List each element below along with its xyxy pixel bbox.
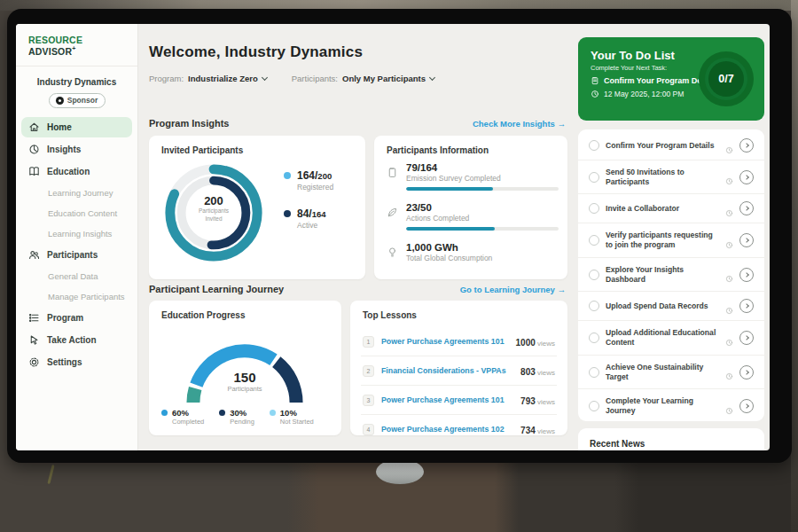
lesson-row: 5 Power Purchase Agreements 103 600 view… [361,444,557,450]
task-checkbox[interactable] [589,301,599,311]
actions-progress-bar [406,227,559,231]
education-progress-card: Education Progress 150 Participants [149,301,341,435]
legend-pending: 30%Pending [219,408,254,426]
gauge-center-label: 150 Participants [161,370,328,393]
recent-news-card: Recent News [578,428,764,450]
task-open-button[interactable] [739,233,754,247]
task-open-button[interactable] [739,331,754,345]
task-open-button[interactable] [739,299,754,313]
todo-task-list: Confirm Your Program Details Send 50 Inv… [578,129,764,421]
task-checkbox[interactable] [589,140,599,151]
check-more-insights-link[interactable]: Check More Insights → [473,119,566,129]
sponsor-badge: Sponsor [49,93,106,108]
pending-clock-icon [725,173,733,181]
task-open-button[interactable] [739,365,754,379]
background-edge [791,0,798,532]
lesson-link[interactable]: Power Purchase Agreements 102 [381,425,513,434]
lesson-link[interactable]: Financial Considerations - VPPAs [381,366,513,375]
task-open-button[interactable] [739,201,754,215]
sponsor-label: Sponsor [67,96,98,105]
card-title: Invited Participants [149,136,365,155]
info-row-emission-survey: 79/164 Emission Survey Completed [387,162,555,191]
task-open-button[interactable] [739,138,754,153]
invited-participants-card: Invited Participants 200 ParticipantsInv… [149,136,365,279]
lesson-link[interactable]: Power Purchase Agreements 101 [381,337,509,346]
legend-dot [284,210,291,217]
book-icon [28,166,40,177]
education-gauge-chart: 150 Participants [161,324,328,409]
sidebar-item-take-action[interactable]: Take Action [21,330,132,350]
pending-clock-icon [725,368,733,376]
program-select[interactable]: Program: Industrialize Zero [149,74,267,83]
program-select-value: Industrialize Zero [188,74,258,83]
task-row-explore-insights: Explore Your Insights Dashboard [578,258,764,292]
card-title: Participants Information [374,136,567,155]
sidebar-item-learning-journey[interactable]: Learning Journey [21,184,132,202]
todo-progress-value: 0/7 [718,73,733,85]
task-checkbox[interactable] [589,172,599,183]
task-open-button[interactable] [739,170,754,184]
leaf-icon [387,206,398,217]
sidebar-item-label: Settings [47,357,82,367]
pending-clock-icon [725,334,733,342]
todo-progress-ring: 0/7 [699,51,754,106]
filter-bar: Program: Industrialize Zero Participants… [149,74,434,83]
sidebar-item-label: General Data [48,271,98,281]
sidebar-item-manage-participants[interactable]: Manage Participants [21,287,132,306]
sidebar-item-insights[interactable]: Insights [21,139,132,160]
sidebar-item-general-data[interactable]: General Data [21,267,132,286]
page-title: Welcome, Industry Dynamics [149,43,363,61]
info-row-actions: 23/50 Actions Completed [387,202,555,231]
section-title: Participant Learning Journey [149,284,284,294]
arrow-right-icon: → [558,285,567,294]
main-content: Welcome, Industry Dynamics Program: Indu… [138,24,578,450]
legend-dot [161,410,168,416]
task-checkbox[interactable] [589,203,599,214]
sidebar-item-label: Insights [47,145,81,154]
task-checkbox[interactable] [589,235,599,246]
app-window: RESOURCE ADVISOR+ Industry Dynamics Spon… [16,24,770,450]
sidebar-item-label: Program [47,313,83,323]
sidebar-item-education[interactable]: Education [21,161,132,182]
task-row-complete-journey: Complete Your Learning Journey [578,389,764,422]
list-icon [28,312,40,324]
sidebar-item-education-content[interactable]: Education Content [21,204,132,223]
task-checkbox[interactable] [589,332,599,343]
top-lessons-card: Top Lessons 1 Power Purchase Agreements … [350,301,567,435]
go-to-learning-journey-link[interactable]: Go to Learning Journey → [460,285,566,294]
task-checkbox[interactable] [589,401,599,411]
sidebar-item-label: Education [47,167,90,176]
participants-select[interactable]: Participants: Only My Participants [292,74,434,83]
task-checkbox[interactable] [589,367,599,378]
insights-icon [28,144,40,155]
sidebar-item-home[interactable]: Home [21,117,132,137]
sidebar-item-learning-insights[interactable]: Learning Insights [21,224,132,243]
chevron-down-icon [429,74,435,80]
monitor-stand [376,459,424,484]
sidebar-nav: Home Insights Education Learning Journey… [16,117,137,372]
sidebar-item-participants[interactable]: Participants [21,245,132,265]
task-row-achieve-target: Achieve One Sustainability Target [578,356,764,389]
rank-badge: 1 [363,336,374,348]
invited-donut-chart: 200 ParticipantsInvited [161,160,266,265]
task-row-invite-collaborator: Invite a Collaborator [578,194,764,223]
logo-primary: RESOURCE [28,35,82,45]
bulb-icon [387,246,398,257]
task-checkbox[interactable] [589,270,599,280]
legend-dot [270,410,276,416]
arrow-right-icon: → [558,119,567,129]
sidebar-item-program[interactable]: Program [21,308,132,328]
task-open-button[interactable] [739,268,754,282]
legend-dot [219,410,225,416]
rank-badge: 4 [363,424,374,435]
sidebar-item-label: Take Action [47,335,97,345]
pending-clock-icon [725,302,733,310]
lesson-row: 4 Power Purchase Agreements 102 734 view… [361,415,557,444]
clock-icon [591,90,599,98]
sidebar-item-settings[interactable]: Settings [21,352,132,372]
logo-secondary: ADVISOR [28,46,72,57]
gear-icon [28,356,40,368]
lesson-link[interactable]: Power Purchase Agreements 101 [381,395,513,404]
sponsor-icon [56,97,64,105]
task-open-button[interactable] [739,399,754,413]
